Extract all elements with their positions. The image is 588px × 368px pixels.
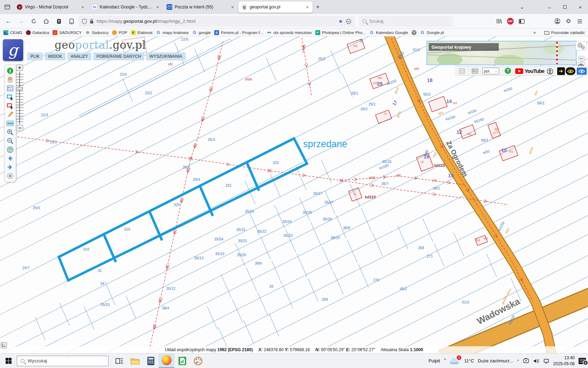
bookmark-SADURSCY[interactable]: ⌂SADURSCY [52, 30, 82, 35]
home-icon[interactable] [41, 16, 52, 27]
extension-device-icon[interactable] [66, 16, 77, 27]
toolbar-draw-icon[interactable] [6, 111, 14, 118]
tab-close-icon[interactable]: × [230, 5, 234, 10]
menu-WYSZUKIWANIA[interactable]: WYSZUKIWANIA [146, 53, 186, 60]
taskbar-search[interactable]: Wyszukaj [17, 356, 108, 366]
language-select[interactable]: pol⌄ [482, 68, 499, 74]
basemap-preview-icon[interactable] [472, 69, 478, 75]
tray-app-icon[interactable] [523, 358, 529, 364]
list-all-tabs-icon[interactable]: ⌄ [517, 2, 527, 12]
desktop-label[interactable]: Pulpit [429, 358, 440, 363]
bookmark-CEIdG[interactable]: CEIdG [4, 30, 22, 35]
bookmark-olx sprzedz mieszkan[interactable]: olxolx sprzedz mieszkan [267, 30, 312, 35]
tab-close-icon[interactable]: × [305, 5, 309, 10]
toolbar-zoom-in-icon[interactable] [6, 128, 14, 136]
volume-icon[interactable] [533, 358, 539, 364]
firefox-view-icon[interactable] [2, 2, 13, 12]
tab-close-icon[interactable]: × [155, 5, 160, 10]
desktop-chevron[interactable]: » [444, 357, 446, 361]
tab-Virgo - Michał Dzięcioł[interactable]: vVirgo - Michał Dzięcioł× [14, 1, 88, 13]
bookmark-Photopea | Online Pho...[interactable]: PPhotopea | Online Pho... [315, 30, 366, 35]
extensions-icon[interactable] [563, 16, 574, 27]
accessibility-icon[interactable] [547, 68, 553, 76]
contrast-eye-button[interactable] [566, 67, 575, 75]
maximize-button[interactable] [557, 0, 573, 14]
start-button[interactable] [0, 354, 17, 368]
new-tab-button[interactable]: + [313, 2, 323, 12]
toolbar-prev-view-icon[interactable] [6, 155, 14, 162]
toolbar-zoom-out-icon[interactable] [6, 137, 14, 145]
bookmark-Elaborat[interactable]: EElaborat [131, 30, 153, 35]
geoportal-logo[interactable]: g [3, 39, 23, 61]
zoom-out-button[interactable]: − [16, 125, 23, 131]
bookmark-Kalendarz Google[interactable]: GKalendarz Google [369, 30, 408, 35]
minimap-collapse-icon[interactable] [578, 56, 584, 61]
visibility-eye-button[interactable] [577, 68, 587, 75]
bookmark-Sadurscy[interactable]: ⊕Sadurscy [85, 30, 108, 35]
pocket-icon[interactable] [346, 19, 351, 24]
taskbar-calculator-icon[interactable] [143, 354, 159, 368]
zoom-slider-track[interactable] [16, 71, 23, 124]
search-bar[interactable]: Szukaj [359, 16, 453, 27]
zoom-slider-handle[interactable] [16, 87, 23, 90]
fullscreen-arrow-button[interactable] [557, 67, 565, 75]
sidebars-icon[interactable] [516, 16, 527, 27]
toolbar-legend-icon[interactable] [6, 84, 14, 92]
toolbar-pan-icon[interactable] [6, 76, 14, 83]
minimize-button[interactable]: – [542, 0, 557, 14]
lock-icon[interactable] [90, 19, 94, 24]
taskbar-task-view-icon[interactable] [111, 354, 127, 368]
weather-icon[interactable]: 1 [450, 357, 460, 365]
highlighted-parcels[interactable] [59, 138, 307, 280]
grid-icon[interactable] [459, 68, 465, 75]
menu-POBIERANIE DANYCH[interactable]: POBIERANIE DANYCH [93, 53, 144, 60]
network-icon[interactable] [543, 358, 550, 364]
close-button[interactable]: × [573, 0, 588, 14]
tab-Kalendarz Google - Tydzień, w...[interactable]: 31Kalendarz Google - Tydzień, w...× [89, 1, 163, 13]
toolbar-next-view-icon[interactable] [6, 163, 14, 171]
taskbar-firefox-icon[interactable] [159, 354, 174, 368]
action-center-icon[interactable]: 2 [579, 358, 586, 364]
taskbar-libre-calc-icon[interactable] [174, 354, 190, 368]
bookmark-google[interactable]: Ggoogle [192, 30, 211, 35]
tracking-shield-icon[interactable] [82, 19, 87, 24]
toolbar-select-blue-icon[interactable] [6, 93, 14, 101]
other-bookmarks-button[interactable]: Pozostałe zakładki [544, 30, 584, 35]
youtube-link[interactable]: YouTube [515, 68, 544, 74]
tab-Poczta w Interii (55)[interactable]: Poczta w Interii (55)× [163, 1, 238, 13]
bookmark-Galactica[interactable]: Galactica [26, 30, 49, 35]
adblock-plus-icon[interactable]: ABP [505, 16, 516, 27]
temperature-label[interactable]: 11°C [464, 358, 474, 363]
map-canvas[interactable]: 22/525/33122/423/222/323/126/328/129/129… [0, 36, 588, 353]
toolbar-xyh-icon[interactable]: XYH [6, 120, 14, 127]
weather-text[interactable]: Duże zachmurz... [478, 358, 513, 363]
library-icon[interactable] [493, 16, 505, 27]
bookmarks-overflow-icon[interactable]: » [533, 30, 536, 35]
map-corner-button[interactable] [1, 342, 7, 348]
bookmark-Google.pl[interactable]: GGoogle.pl [420, 30, 444, 35]
zoom-in-button[interactable]: + [16, 64, 23, 71]
bookmark-Firmino.pl - Program f...[interactable]: SFirmino.pl - Program f... [214, 30, 263, 35]
back-icon[interactable]: ← [3, 16, 14, 27]
extension-password-icon[interactable] [53, 16, 64, 27]
bookmark-icon[interactable]: W [412, 30, 416, 35]
bookmark-star-icon[interactable]: ★ [338, 18, 343, 25]
toolbar-globe-icon[interactable] [6, 146, 14, 154]
tab-close-icon[interactable]: × [80, 5, 85, 10]
taskbar-clock[interactable]: 13:402025-05-08 [553, 355, 575, 366]
menu-WIDOK[interactable]: WIDOK [45, 53, 65, 60]
account-icon[interactable] [552, 16, 563, 27]
menu-PLIK[interactable]: PLIK [27, 53, 43, 60]
overview-minimap[interactable]: Geoportal krajowy [426, 41, 577, 65]
hidden-icons-chevron[interactable]: ^ [517, 359, 519, 363]
toolbar-info-icon[interactable]: i [6, 67, 14, 75]
bookmark-mapy krakowa[interactable]: Gmapy krakowa [156, 30, 188, 35]
taskbar-explorer-icon[interactable] [127, 354, 143, 368]
address-bar[interactable]: https://mapy.geoportal.gov.pl/imap/Imgp_… [78, 16, 355, 27]
tab-geoportal.gov.pl[interactable]: ggeoportal.gov.pl× [238, 1, 313, 13]
map-settings-gear-icon[interactable] [575, 41, 587, 50]
toolbar-close-icon[interactable] [6, 172, 14, 180]
menu-icon[interactable] [574, 16, 585, 27]
toolbar-select-red-icon[interactable] [6, 102, 14, 110]
taskbar-paint-icon[interactable] [190, 354, 206, 368]
